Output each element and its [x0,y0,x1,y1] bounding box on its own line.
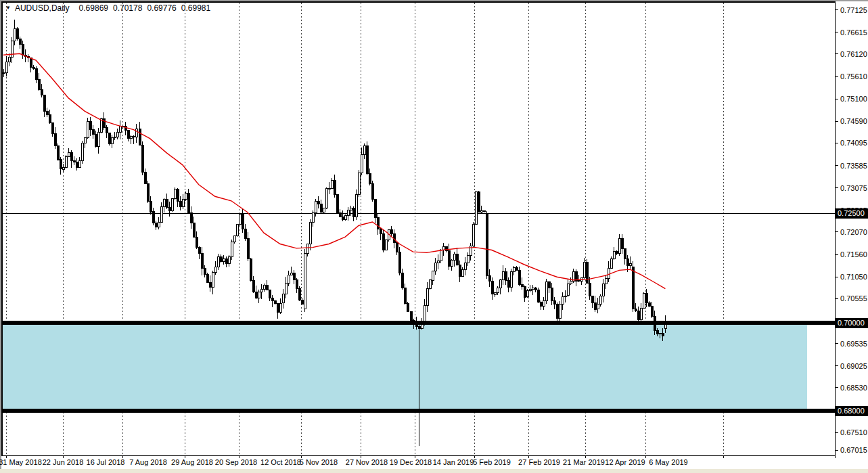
date-axis-label: 12 Apr 2019 [605,458,645,466]
price-axis-label: 0.69535 [840,340,867,348]
price-axis-label: 0.73075 [840,184,867,193]
date-axis-label: 14 Jan 2019 [433,458,474,466]
symbol-period-label: AUDUSD,Daily [15,3,70,13]
price-axis-label: 0.71050 [840,273,867,281]
price-axis-label: 0.67510 [840,428,867,437]
date-axis-label: 27 Feb 2019 [518,458,560,466]
date-axis-label: 21 Mar 2019 [563,458,605,466]
date-axis-label: 5 Nov 2018 [300,458,338,466]
date-axis-label: 19 Dec 2018 [390,458,432,466]
date-axis-label: 29 Aug 2018 [171,458,213,466]
date-axis-label: 20 Sep 2018 [215,458,257,466]
support-zone-rectangle[interactable] [2,323,807,411]
date-axis-label: 22 Jun 2018 [43,458,84,466]
price-axis-label: 0.71560 [840,250,867,259]
date-axis-label: 6 May 2019 [649,458,687,466]
price-line-label-highlighted: 0.70000 [836,318,868,328]
date-axis-label: 16 Jul 2018 [87,458,125,466]
open-value: 0.69869 [79,3,108,13]
date-axis-label: 7 Aug 2018 [129,458,167,466]
date-axis-label: 31 May 2018 [0,458,42,466]
price-axis-label: 0.70555 [840,294,867,303]
price-axis-label: 0.73585 [840,162,867,171]
price-axis-label: 0.74590 [840,117,867,126]
price-chart-canvas[interactable] [0,0,868,473]
price-axis-label: 0.77125 [840,6,867,15]
price-axis-label: 0.68530 [840,384,867,392]
ohlc-header: ▼ AUDUSD,Daily 0.69869 0.70178 0.69776 0… [5,3,215,13]
low-value: 0.69776 [147,3,176,13]
price-axis-label: 0.69025 [840,362,867,371]
date-axis-label: 27 Nov 2018 [346,458,388,466]
symbol-dropdown-icon[interactable]: ▼ [5,5,11,11]
price-axis-label: 0.76615 [840,28,867,37]
high-value: 0.70178 [113,3,142,13]
price-axis-label: 0.67015 [840,446,867,455]
price-axis-label: 0.74095 [840,139,867,148]
close-value: 0.69981 [181,3,210,13]
price-axis-label: 0.76120 [840,50,867,59]
price-axis-label: 0.75100 [840,95,867,104]
price-axis-label: 0.75610 [840,72,867,81]
date-axis-label: 12 Oct 2018 [260,458,301,466]
chart-window: ▼ AUDUSD,Daily 0.69869 0.70178 0.69776 0… [0,0,868,473]
bottom-strip [0,469,868,473]
price-axis-label: 0.72070 [840,228,867,237]
price-line-label-highlighted: 0.72500 [836,208,868,219]
price-line-label-highlighted: 0.68000 [836,406,868,416]
date-axis-label: 5 Feb 2019 [473,458,511,466]
